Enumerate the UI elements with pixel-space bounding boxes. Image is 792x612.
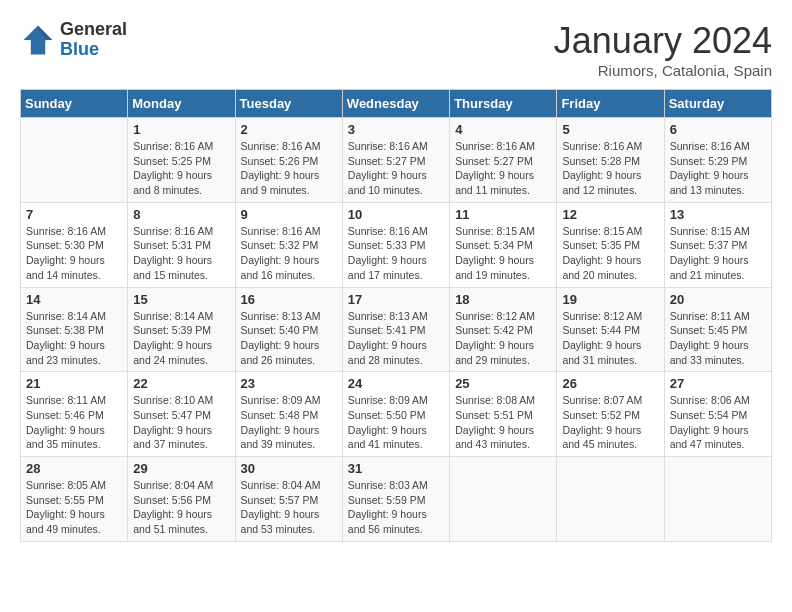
weekday-header-tuesday: Tuesday bbox=[235, 90, 342, 118]
day-info: Sunrise: 8:16 AMSunset: 5:26 PMDaylight:… bbox=[241, 139, 337, 198]
day-number: 4 bbox=[455, 122, 551, 137]
day-info: Sunrise: 8:11 AMSunset: 5:46 PMDaylight:… bbox=[26, 393, 122, 452]
day-info: Sunrise: 8:16 AMSunset: 5:27 PMDaylight:… bbox=[348, 139, 444, 198]
day-info: Sunrise: 8:05 AMSunset: 5:55 PMDaylight:… bbox=[26, 478, 122, 537]
day-info: Sunrise: 8:12 AMSunset: 5:42 PMDaylight:… bbox=[455, 309, 551, 368]
day-info: Sunrise: 8:03 AMSunset: 5:59 PMDaylight:… bbox=[348, 478, 444, 537]
calendar-cell: 20Sunrise: 8:11 AMSunset: 5:45 PMDayligh… bbox=[664, 287, 771, 372]
calendar-table: SundayMondayTuesdayWednesdayThursdayFrid… bbox=[20, 89, 772, 542]
day-number: 23 bbox=[241, 376, 337, 391]
calendar-cell: 17Sunrise: 8:13 AMSunset: 5:41 PMDayligh… bbox=[342, 287, 449, 372]
day-number: 20 bbox=[670, 292, 766, 307]
calendar-cell: 6Sunrise: 8:16 AMSunset: 5:29 PMDaylight… bbox=[664, 118, 771, 203]
day-info: Sunrise: 8:16 AMSunset: 5:31 PMDaylight:… bbox=[133, 224, 229, 283]
day-info: Sunrise: 8:10 AMSunset: 5:47 PMDaylight:… bbox=[133, 393, 229, 452]
day-info: Sunrise: 8:15 AMSunset: 5:37 PMDaylight:… bbox=[670, 224, 766, 283]
calendar-cell: 16Sunrise: 8:13 AMSunset: 5:40 PMDayligh… bbox=[235, 287, 342, 372]
logo-blue-text: Blue bbox=[60, 39, 99, 59]
day-info: Sunrise: 8:14 AMSunset: 5:38 PMDaylight:… bbox=[26, 309, 122, 368]
calendar-cell: 22Sunrise: 8:10 AMSunset: 5:47 PMDayligh… bbox=[128, 372, 235, 457]
day-number: 11 bbox=[455, 207, 551, 222]
calendar-week-row: 7Sunrise: 8:16 AMSunset: 5:30 PMDaylight… bbox=[21, 202, 772, 287]
day-number: 10 bbox=[348, 207, 444, 222]
logo-text-block: General Blue bbox=[60, 20, 127, 60]
page-header: General Blue January 2024 Riumors, Catal… bbox=[20, 20, 772, 79]
day-info: Sunrise: 8:16 AMSunset: 5:32 PMDaylight:… bbox=[241, 224, 337, 283]
calendar-cell: 4Sunrise: 8:16 AMSunset: 5:27 PMDaylight… bbox=[450, 118, 557, 203]
day-number: 1 bbox=[133, 122, 229, 137]
location-title: Riumors, Catalonia, Spain bbox=[554, 62, 772, 79]
day-number: 2 bbox=[241, 122, 337, 137]
calendar-cell bbox=[664, 457, 771, 542]
calendar-cell bbox=[557, 457, 664, 542]
day-info: Sunrise: 8:13 AMSunset: 5:40 PMDaylight:… bbox=[241, 309, 337, 368]
calendar-cell: 18Sunrise: 8:12 AMSunset: 5:42 PMDayligh… bbox=[450, 287, 557, 372]
logo-line1: General bbox=[60, 20, 127, 40]
day-info: Sunrise: 8:09 AMSunset: 5:50 PMDaylight:… bbox=[348, 393, 444, 452]
weekday-header-monday: Monday bbox=[128, 90, 235, 118]
calendar-cell: 25Sunrise: 8:08 AMSunset: 5:51 PMDayligh… bbox=[450, 372, 557, 457]
day-number: 19 bbox=[562, 292, 658, 307]
day-number: 31 bbox=[348, 461, 444, 476]
calendar-cell: 9Sunrise: 8:16 AMSunset: 5:32 PMDaylight… bbox=[235, 202, 342, 287]
day-number: 6 bbox=[670, 122, 766, 137]
day-number: 14 bbox=[26, 292, 122, 307]
day-info: Sunrise: 8:11 AMSunset: 5:45 PMDaylight:… bbox=[670, 309, 766, 368]
calendar-week-row: 28Sunrise: 8:05 AMSunset: 5:55 PMDayligh… bbox=[21, 457, 772, 542]
calendar-cell: 23Sunrise: 8:09 AMSunset: 5:48 PMDayligh… bbox=[235, 372, 342, 457]
weekday-header-friday: Friday bbox=[557, 90, 664, 118]
day-info: Sunrise: 8:07 AMSunset: 5:52 PMDaylight:… bbox=[562, 393, 658, 452]
calendar-cell: 30Sunrise: 8:04 AMSunset: 5:57 PMDayligh… bbox=[235, 457, 342, 542]
calendar-week-row: 21Sunrise: 8:11 AMSunset: 5:46 PMDayligh… bbox=[21, 372, 772, 457]
calendar-cell: 5Sunrise: 8:16 AMSunset: 5:28 PMDaylight… bbox=[557, 118, 664, 203]
day-info: Sunrise: 8:04 AMSunset: 5:57 PMDaylight:… bbox=[241, 478, 337, 537]
day-number: 17 bbox=[348, 292, 444, 307]
day-number: 21 bbox=[26, 376, 122, 391]
calendar-cell: 19Sunrise: 8:12 AMSunset: 5:44 PMDayligh… bbox=[557, 287, 664, 372]
weekday-header-row: SundayMondayTuesdayWednesdayThursdayFrid… bbox=[21, 90, 772, 118]
day-info: Sunrise: 8:08 AMSunset: 5:51 PMDaylight:… bbox=[455, 393, 551, 452]
title-block: January 2024 Riumors, Catalonia, Spain bbox=[554, 20, 772, 79]
day-info: Sunrise: 8:04 AMSunset: 5:56 PMDaylight:… bbox=[133, 478, 229, 537]
calendar-cell: 2Sunrise: 8:16 AMSunset: 5:26 PMDaylight… bbox=[235, 118, 342, 203]
day-number: 25 bbox=[455, 376, 551, 391]
day-info: Sunrise: 8:16 AMSunset: 5:25 PMDaylight:… bbox=[133, 139, 229, 198]
logo-general: General bbox=[60, 19, 127, 39]
calendar-cell: 1Sunrise: 8:16 AMSunset: 5:25 PMDaylight… bbox=[128, 118, 235, 203]
day-info: Sunrise: 8:13 AMSunset: 5:41 PMDaylight:… bbox=[348, 309, 444, 368]
day-number: 28 bbox=[26, 461, 122, 476]
day-info: Sunrise: 8:15 AMSunset: 5:34 PMDaylight:… bbox=[455, 224, 551, 283]
logo: General Blue bbox=[20, 20, 127, 60]
day-number: 30 bbox=[241, 461, 337, 476]
weekday-header-sunday: Sunday bbox=[21, 90, 128, 118]
calendar-cell: 8Sunrise: 8:16 AMSunset: 5:31 PMDaylight… bbox=[128, 202, 235, 287]
day-number: 15 bbox=[133, 292, 229, 307]
calendar-cell: 7Sunrise: 8:16 AMSunset: 5:30 PMDaylight… bbox=[21, 202, 128, 287]
calendar-cell: 28Sunrise: 8:05 AMSunset: 5:55 PMDayligh… bbox=[21, 457, 128, 542]
month-title: January 2024 bbox=[554, 20, 772, 62]
day-info: Sunrise: 8:16 AMSunset: 5:28 PMDaylight:… bbox=[562, 139, 658, 198]
day-number: 9 bbox=[241, 207, 337, 222]
calendar-cell: 24Sunrise: 8:09 AMSunset: 5:50 PMDayligh… bbox=[342, 372, 449, 457]
day-info: Sunrise: 8:14 AMSunset: 5:39 PMDaylight:… bbox=[133, 309, 229, 368]
calendar-week-row: 14Sunrise: 8:14 AMSunset: 5:38 PMDayligh… bbox=[21, 287, 772, 372]
day-info: Sunrise: 8:09 AMSunset: 5:48 PMDaylight:… bbox=[241, 393, 337, 452]
day-number: 22 bbox=[133, 376, 229, 391]
day-number: 16 bbox=[241, 292, 337, 307]
day-info: Sunrise: 8:16 AMSunset: 5:33 PMDaylight:… bbox=[348, 224, 444, 283]
day-info: Sunrise: 8:16 AMSunset: 5:29 PMDaylight:… bbox=[670, 139, 766, 198]
calendar-cell: 3Sunrise: 8:16 AMSunset: 5:27 PMDaylight… bbox=[342, 118, 449, 203]
calendar-cell: 14Sunrise: 8:14 AMSunset: 5:38 PMDayligh… bbox=[21, 287, 128, 372]
day-number: 3 bbox=[348, 122, 444, 137]
day-number: 13 bbox=[670, 207, 766, 222]
weekday-header-saturday: Saturday bbox=[664, 90, 771, 118]
day-number: 29 bbox=[133, 461, 229, 476]
logo-icon bbox=[20, 22, 56, 58]
calendar-cell bbox=[450, 457, 557, 542]
calendar-cell: 13Sunrise: 8:15 AMSunset: 5:37 PMDayligh… bbox=[664, 202, 771, 287]
day-info: Sunrise: 8:16 AMSunset: 5:30 PMDaylight:… bbox=[26, 224, 122, 283]
day-number: 27 bbox=[670, 376, 766, 391]
calendar-cell: 26Sunrise: 8:07 AMSunset: 5:52 PMDayligh… bbox=[557, 372, 664, 457]
calendar-cell: 11Sunrise: 8:15 AMSunset: 5:34 PMDayligh… bbox=[450, 202, 557, 287]
day-number: 8 bbox=[133, 207, 229, 222]
